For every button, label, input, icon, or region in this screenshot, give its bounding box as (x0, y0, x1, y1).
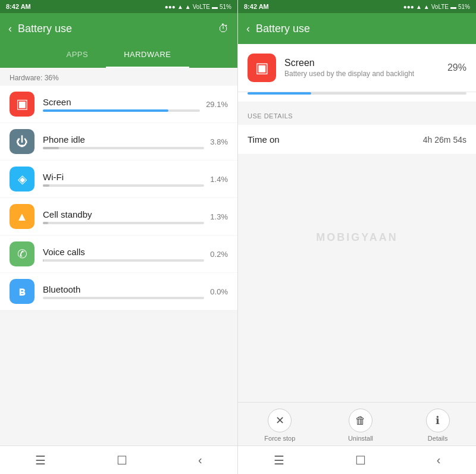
right-top-bar: ‹ Battery use (238, 13, 476, 44)
right-nav-bar: ☰ ☐ ‹ (238, 445, 476, 474)
battery-item-voice-calls[interactable]: ✆ Voice calls 0.2% (0, 236, 237, 272)
details-button[interactable]: ℹ Details (426, 409, 450, 442)
voice-calls-icon: ✆ (10, 241, 35, 266)
detail-progress-bar-bg (248, 92, 466, 95)
screen-name: Screen (43, 97, 200, 107)
hardware-label: Hardware: 36% (0, 68, 237, 86)
left-history-icon[interactable]: ⏱ (218, 23, 229, 35)
force-stop-label: Force stop (264, 435, 295, 442)
left-signal-dots: ●●● (165, 4, 176, 10)
right-panel: 8:42 AM ●●● ▲ ▲ VoLTE ▬ 51% ‹ Battery us… (238, 0, 476, 474)
tab-hardware[interactable]: Hardware (106, 44, 189, 68)
voice-calls-name: Voice calls (43, 247, 204, 257)
battery-item-phone-idle[interactable]: ⏻ Phone idle 3.8% (0, 123, 237, 160)
left-home-button[interactable]: ☐ (117, 453, 127, 467)
phone-idle-name: Phone idle (43, 134, 204, 145)
right-status-bar: 8:42 AM ●●● ▲ ▲ VoLTE ▬ 51% (238, 0, 476, 13)
detail-app-name: Screen (284, 58, 447, 68)
battery-item-cell-standby[interactable]: ▲ Cell standby 1.3% (0, 198, 237, 235)
left-volte-label: VoLTE (193, 4, 210, 10)
left-back-nav-button[interactable]: ‹ (198, 453, 202, 467)
tab-apps[interactable]: Apps (48, 44, 106, 68)
detail-app-percent: 29% (447, 62, 466, 73)
time-row: Time on 4h 26m 54s (238, 125, 476, 154)
battery-list: ▣ Screen 29.1% ⏻ Phone idle 3.8% ◈ (0, 86, 237, 445)
screen-bar (43, 109, 168, 112)
cell-standby-bar (43, 222, 48, 224)
screen-bar-container (43, 109, 200, 112)
detail-progress-bar (248, 92, 311, 95)
wifi-icon: ◈ (10, 167, 35, 192)
wifi-percent: 1.4% (210, 175, 228, 184)
left-status-bar: 8:42 AM ●●● ▲ ▲ VoLTE ▬ 51% (0, 0, 237, 13)
bluetooth-bar-container (43, 297, 204, 299)
left-battery-percent: 51% (220, 4, 231, 10)
wifi-content: Wi-Fi (43, 172, 204, 187)
phone-idle-content: Phone idle (43, 134, 204, 149)
left-panel: 8:42 AM ●●● ▲ ▲ VoLTE ▬ 51% ‹ Battery us… (0, 0, 238, 474)
cell-standby-icon: ▲ (10, 204, 35, 229)
detail-app-text: Screen Battery used by the display and b… (284, 58, 447, 78)
wifi-bar (43, 184, 49, 187)
right-volte-label: VoLTE (431, 4, 449, 10)
right-status-icons: ●●● ▲ ▲ VoLTE ▬ 51% (403, 4, 470, 10)
left-page-title: Battery use (18, 23, 218, 35)
left-nav-bar: ☰ ☐ ‹ (0, 445, 237, 474)
bluetooth-name: Bluetooth (43, 284, 204, 294)
voice-calls-percent: 0.2% (210, 250, 228, 259)
left-back-button[interactable]: ‹ (8, 23, 12, 35)
phone-idle-icon: ⏻ (10, 129, 35, 154)
left-wifi-icon: ▲ (177, 4, 183, 10)
phone-idle-bar-container (43, 147, 204, 149)
left-top-bar: ‹ Battery use ⏱ (0, 13, 237, 44)
voice-calls-bar (43, 259, 43, 262)
right-back-button[interactable]: ‹ (246, 23, 250, 35)
uninstall-button[interactable]: 🗑 Uninstall (348, 409, 373, 442)
right-wifi-icon: ▲ (416, 4, 422, 10)
bluetooth-icon: ʙ (10, 279, 35, 304)
left-time: 8:42 AM (6, 3, 31, 10)
right-signal-icon: ▲ (424, 4, 430, 10)
bluetooth-percent: 0.0% (210, 287, 228, 296)
detail-app-info: ▣ Screen Battery used by the display and… (238, 44, 476, 92)
phone-idle-bar (43, 147, 59, 149)
screen-content: Screen (43, 97, 200, 112)
bluetooth-content: Bluetooth (43, 284, 204, 299)
left-status-icons: ●●● ▲ ▲ VoLTE ▬ 51% (165, 4, 231, 10)
detail-app-icon: ▣ (248, 54, 276, 82)
detail-app-desc: Battery used by the display and backligh… (284, 70, 447, 78)
left-tabs: Apps Hardware (0, 44, 237, 68)
battery-item-wifi[interactable]: ◈ Wi-Fi 1.4% (0, 161, 237, 197)
right-signal-dots: ●●● (403, 4, 414, 10)
voice-calls-bar-container (43, 259, 204, 262)
uninstall-label: Uninstall (348, 435, 373, 442)
cell-standby-name: Cell standby (43, 209, 204, 219)
left-menu-button[interactable]: ☰ (35, 453, 46, 467)
left-signal-icon: ▲ (185, 4, 191, 10)
detail-action-bar: ✕ Force stop 🗑 Uninstall ℹ Details (238, 402, 476, 445)
screen-percent: 29.1% (206, 100, 228, 109)
cell-standby-bar-container (43, 222, 204, 224)
details-icon: ℹ (426, 409, 450, 432)
right-battery-percent: 51% (458, 4, 470, 10)
use-details-section: USE DETAILS (238, 102, 476, 124)
detail-progress-container (238, 92, 476, 102)
force-stop-button[interactable]: ✕ Force stop (264, 409, 295, 442)
battery-item-bluetooth[interactable]: ʙ Bluetooth 0.0% (0, 273, 237, 310)
detail-spacer (238, 154, 476, 402)
right-back-nav-button[interactable]: ‹ (437, 453, 441, 467)
right-home-button[interactable]: ☐ (355, 453, 366, 467)
details-label: Details (428, 435, 448, 442)
right-menu-button[interactable]: ☰ (274, 453, 284, 467)
cell-standby-percent: 1.3% (210, 212, 228, 221)
cell-standby-content: Cell standby (43, 209, 204, 224)
voice-calls-content: Voice calls (43, 247, 204, 262)
force-stop-icon: ✕ (268, 409, 292, 432)
battery-item-screen[interactable]: ▣ Screen 29.1% (0, 86, 237, 123)
right-page-title: Battery use (256, 23, 468, 35)
time-on-label: Time on (248, 134, 280, 145)
screen-icon: ▣ (10, 92, 35, 117)
phone-idle-percent: 3.8% (210, 137, 228, 146)
uninstall-icon: 🗑 (349, 409, 372, 432)
wifi-bar-container (43, 184, 204, 187)
